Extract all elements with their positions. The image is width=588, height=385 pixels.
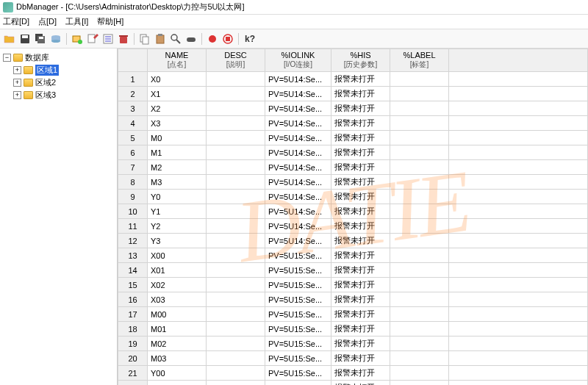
- row-number[interactable]: 15: [118, 278, 148, 292]
- cell-extra[interactable]: [449, 116, 588, 131]
- cell-extra[interactable]: [449, 351, 588, 366]
- record-icon[interactable]: [206, 32, 219, 46]
- cell-extra[interactable]: [449, 219, 588, 234]
- expand-icon[interactable]: +: [13, 91, 21, 99]
- cell-iolink[interactable]: PV=5U15:Se...: [265, 381, 331, 386]
- table-row[interactable]: 8M3PV=5U14:Se...报警未打开: [118, 175, 588, 190]
- cell-name[interactable]: Y2: [148, 219, 207, 234]
- cell-iolink[interactable]: PV=5U15:Se...: [265, 307, 331, 322]
- cell-label[interactable]: [390, 131, 449, 145]
- cell-iolink[interactable]: PV=5U15:Se...: [265, 351, 331, 366]
- cell-name[interactable]: Y00: [148, 366, 207, 381]
- copy-icon[interactable]: [138, 32, 151, 46]
- cell-iolink[interactable]: PV=5U14:Se...: [265, 219, 331, 234]
- cell-extra[interactable]: [449, 278, 588, 292]
- cell-desc[interactable]: [207, 204, 265, 219]
- cell-name[interactable]: M2: [148, 160, 207, 175]
- cell-extra[interactable]: [449, 234, 588, 248]
- cell-desc[interactable]: [207, 278, 265, 292]
- cell-extra[interactable]: [449, 131, 588, 145]
- row-number[interactable]: 21: [118, 366, 148, 381]
- col-desc[interactable]: DESC[说明]: [207, 49, 265, 72]
- table-row[interactable]: 18M01PV=5U15:Se...报警未打开: [118, 322, 588, 337]
- cell-name[interactable]: M02: [148, 337, 207, 351]
- cell-extra[interactable]: [449, 366, 588, 381]
- cell-iolink[interactable]: PV=5U14:Se...: [265, 101, 331, 116]
- row-number[interactable]: 13: [118, 248, 148, 263]
- cell-name[interactable]: M1: [148, 145, 207, 160]
- cell-name[interactable]: M01: [148, 322, 207, 337]
- cell-extra[interactable]: [449, 72, 588, 87]
- cell-label[interactable]: [390, 219, 449, 234]
- row-number[interactable]: 14: [118, 263, 148, 278]
- cell-iolink[interactable]: PV=5U15:Se...: [265, 322, 331, 337]
- cell-his[interactable]: 报警未打开: [331, 101, 390, 116]
- cell-name[interactable]: M00: [148, 307, 207, 322]
- col-iolink[interactable]: %IOLINK[I/O连接]: [265, 49, 331, 72]
- cell-his[interactable]: 报警未打开: [331, 351, 390, 366]
- cell-name[interactable]: X1: [148, 87, 207, 101]
- cell-iolink[interactable]: PV=5U14:Se...: [265, 175, 331, 190]
- cell-his[interactable]: 报警未打开: [331, 72, 390, 87]
- save-all-icon[interactable]: [34, 32, 47, 46]
- collapse-icon[interactable]: −: [3, 54, 11, 62]
- cell-name[interactable]: Y1: [148, 204, 207, 219]
- cell-extra[interactable]: [449, 101, 588, 116]
- cell-label[interactable]: [390, 101, 449, 116]
- list-icon[interactable]: [101, 32, 115, 46]
- cell-iolink[interactable]: PV=5U15:Se...: [265, 337, 331, 351]
- cell-extra[interactable]: [449, 160, 588, 175]
- cell-name[interactable]: X0: [148, 72, 207, 87]
- row-number[interactable]: 9: [118, 190, 148, 204]
- row-number[interactable]: 4: [118, 116, 148, 131]
- table-row[interactable]: 10Y1PV=5U14:Se...报警未打开: [118, 204, 588, 219]
- cell-label[interactable]: [390, 72, 449, 87]
- row-number[interactable]: 3: [118, 101, 148, 116]
- col-his[interactable]: %HIS[历史参数]: [331, 49, 390, 72]
- cell-desc[interactable]: [207, 351, 265, 366]
- cell-label[interactable]: [390, 87, 449, 101]
- table-row[interactable]: 16X03PV=5U15:Se...报警未打开: [118, 292, 588, 307]
- table-row[interactable]: 12Y3PV=5U14:Se...报警未打开: [118, 234, 588, 248]
- cell-his[interactable]: 报警未打开: [331, 248, 390, 263]
- cell-label[interactable]: [390, 175, 449, 190]
- cell-label[interactable]: [390, 322, 449, 337]
- cell-extra[interactable]: [449, 263, 588, 278]
- row-number[interactable]: 7: [118, 160, 148, 175]
- search-icon[interactable]: [169, 32, 182, 46]
- disk-icon[interactable]: [49, 32, 62, 46]
- cell-extra[interactable]: [449, 175, 588, 190]
- table-row[interactable]: 4X3PV=5U14:Se...报警未打开: [118, 116, 588, 131]
- cell-desc[interactable]: [207, 190, 265, 204]
- cell-his[interactable]: 报警未打开: [331, 234, 390, 248]
- row-number[interactable]: 17: [118, 307, 148, 322]
- col-rownum[interactable]: [118, 49, 148, 72]
- expand-icon[interactable]: +: [13, 79, 21, 87]
- cell-his[interactable]: 报警未打开: [331, 366, 390, 381]
- row-number[interactable]: 2: [118, 87, 148, 101]
- cell-desc[interactable]: [207, 87, 265, 101]
- table-row[interactable]: 21Y00PV=5U15:Se...报警未打开: [118, 366, 588, 381]
- table-row[interactable]: 22Y01PV=5U15:Se...报警未打开: [118, 381, 588, 386]
- table-row[interactable]: 14X01PV=5U15:Se...报警未打开: [118, 263, 588, 278]
- cell-desc[interactable]: [207, 366, 265, 381]
- cell-extra[interactable]: [449, 190, 588, 204]
- cell-iolink[interactable]: PV=5U15:Se...: [265, 292, 331, 307]
- cell-label[interactable]: [390, 190, 449, 204]
- table-row[interactable]: 19M02PV=5U15:Se...报警未打开: [118, 337, 588, 351]
- cell-extra[interactable]: [449, 322, 588, 337]
- cell-label[interactable]: [390, 307, 449, 322]
- save-icon[interactable]: [18, 32, 32, 46]
- cell-name[interactable]: M0: [148, 131, 207, 145]
- table-row[interactable]: 2X1PV=5U14:Se...报警未打开: [118, 87, 588, 101]
- cell-his[interactable]: 报警未打开: [331, 278, 390, 292]
- cell-desc[interactable]: [207, 263, 265, 278]
- cell-his[interactable]: 报警未打开: [331, 204, 390, 219]
- cell-extra[interactable]: [449, 204, 588, 219]
- cell-name[interactable]: Y3: [148, 234, 207, 248]
- menu-help[interactable]: 帮助[H]: [97, 16, 123, 27]
- col-name[interactable]: NAME[点名]: [148, 49, 207, 72]
- table-row[interactable]: 9Y0PV=5U14:Se...报警未打开: [118, 190, 588, 204]
- cell-desc[interactable]: [207, 234, 265, 248]
- row-number[interactable]: 18: [118, 322, 148, 337]
